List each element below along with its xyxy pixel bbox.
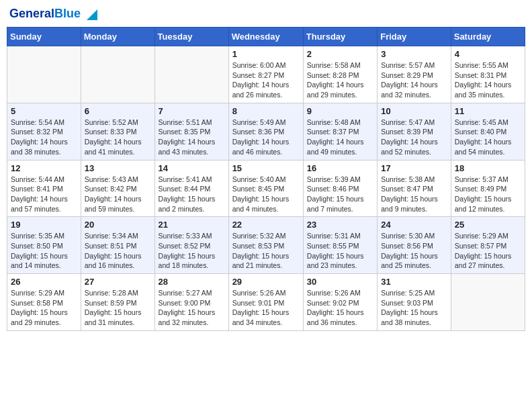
day-number: 31	[381, 277, 447, 287]
calendar-week-row: 12Sunrise: 5:44 AM Sunset: 8:41 PM Dayli…	[7, 160, 525, 217]
day-info: Sunrise: 5:29 AM Sunset: 8:57 PM Dayligh…	[455, 231, 521, 271]
day-info: Sunrise: 5:41 AM Sunset: 8:44 PM Dayligh…	[159, 175, 225, 214]
calendar-cell: 14Sunrise: 5:41 AM Sunset: 8:44 PM Dayli…	[154, 160, 228, 217]
day-number: 24	[381, 220, 447, 230]
weekday-header-saturday: Saturday	[451, 28, 525, 46]
day-number: 23	[307, 220, 373, 230]
day-info: Sunrise: 5:52 AM Sunset: 8:33 PM Dayligh…	[85, 118, 151, 157]
day-info: Sunrise: 5:29 AM Sunset: 8:58 PM Dayligh…	[11, 288, 77, 328]
day-info: Sunrise: 5:55 AM Sunset: 8:31 PM Dayligh…	[455, 60, 521, 100]
calendar-cell: 5Sunrise: 5:54 AM Sunset: 8:32 PM Daylig…	[7, 103, 81, 160]
calendar-week-row: 26Sunrise: 5:29 AM Sunset: 8:58 PM Dayli…	[7, 274, 525, 331]
day-number: 30	[307, 277, 373, 287]
calendar-cell: 13Sunrise: 5:43 AM Sunset: 8:42 PM Dayli…	[81, 160, 154, 217]
calendar-cell: 2Sunrise: 5:58 AM Sunset: 8:28 PM Daylig…	[303, 46, 377, 103]
calendar-cell: 26Sunrise: 5:29 AM Sunset: 8:58 PM Dayli…	[7, 274, 81, 331]
weekday-header-tuesday: Tuesday	[154, 28, 228, 46]
day-number: 25	[455, 220, 521, 230]
calendar-cell: 17Sunrise: 5:38 AM Sunset: 8:47 PM Dayli…	[378, 160, 451, 217]
day-number: 11	[455, 106, 521, 116]
logo-text: GeneralBlue	[9, 7, 81, 21]
weekday-header-thursday: Thursday	[303, 28, 377, 46]
calendar-table: SundayMondayTuesdayWednesdayThursdayFrid…	[7, 27, 525, 331]
day-number: 21	[159, 220, 225, 230]
calendar-header-row: SundayMondayTuesdayWednesdayThursdayFrid…	[7, 28, 525, 46]
day-number: 4	[455, 49, 521, 59]
calendar-cell: 31Sunrise: 5:25 AM Sunset: 9:03 PM Dayli…	[378, 274, 451, 331]
calendar-cell: 8Sunrise: 5:49 AM Sunset: 8:36 PM Daylig…	[228, 103, 303, 160]
day-info: Sunrise: 5:54 AM Sunset: 8:32 PM Dayligh…	[11, 118, 77, 157]
logo-icon	[83, 7, 97, 21]
day-info: Sunrise: 5:26 AM Sunset: 9:02 PM Dayligh…	[307, 288, 373, 328]
day-info: Sunrise: 5:47 AM Sunset: 8:39 PM Dayligh…	[381, 118, 447, 157]
day-info: Sunrise: 5:57 AM Sunset: 8:29 PM Dayligh…	[381, 60, 447, 100]
calendar-week-row: 1Sunrise: 6:00 AM Sunset: 8:27 PM Daylig…	[7, 46, 525, 103]
day-number: 1	[232, 49, 300, 59]
day-number: 29	[232, 277, 300, 287]
day-number: 17	[381, 163, 447, 173]
calendar-cell: 16Sunrise: 5:39 AM Sunset: 8:46 PM Dayli…	[303, 160, 377, 217]
day-info: Sunrise: 5:49 AM Sunset: 8:36 PM Dayligh…	[232, 118, 300, 157]
page-header: GeneralBlue	[7, 7, 525, 21]
calendar-cell: 20Sunrise: 5:34 AM Sunset: 8:51 PM Dayli…	[81, 217, 154, 274]
day-number: 16	[307, 163, 373, 173]
calendar-cell	[7, 46, 81, 103]
day-number: 26	[11, 277, 77, 287]
calendar-cell: 4Sunrise: 5:55 AM Sunset: 8:31 PM Daylig…	[451, 46, 525, 103]
calendar-cell	[154, 46, 228, 103]
day-info: Sunrise: 5:37 AM Sunset: 8:49 PM Dayligh…	[455, 175, 521, 214]
day-info: Sunrise: 5:32 AM Sunset: 8:53 PM Dayligh…	[232, 231, 300, 271]
day-number: 20	[85, 220, 151, 230]
day-info: Sunrise: 5:48 AM Sunset: 8:37 PM Dayligh…	[307, 118, 373, 157]
calendar-cell: 7Sunrise: 5:51 AM Sunset: 8:35 PM Daylig…	[154, 103, 228, 160]
calendar-cell: 9Sunrise: 5:48 AM Sunset: 8:37 PM Daylig…	[303, 103, 377, 160]
day-number: 14	[159, 163, 225, 173]
day-info: Sunrise: 5:30 AM Sunset: 8:56 PM Dayligh…	[381, 231, 447, 271]
day-info: Sunrise: 5:34 AM Sunset: 8:51 PM Dayligh…	[85, 231, 151, 271]
day-number: 9	[307, 106, 373, 116]
calendar-cell: 25Sunrise: 5:29 AM Sunset: 8:57 PM Dayli…	[451, 217, 525, 274]
calendar-cell: 21Sunrise: 5:33 AM Sunset: 8:52 PM Dayli…	[154, 217, 228, 274]
weekday-header-monday: Monday	[81, 28, 154, 46]
day-number: 18	[455, 163, 521, 173]
day-info: Sunrise: 5:44 AM Sunset: 8:41 PM Dayligh…	[11, 175, 77, 214]
day-number: 10	[381, 106, 447, 116]
calendar-cell: 23Sunrise: 5:31 AM Sunset: 8:55 PM Dayli…	[303, 217, 377, 274]
day-number: 7	[159, 106, 225, 116]
calendar-cell: 19Sunrise: 5:35 AM Sunset: 8:50 PM Dayli…	[7, 217, 81, 274]
day-info: Sunrise: 5:35 AM Sunset: 8:50 PM Dayligh…	[11, 231, 77, 271]
day-info: Sunrise: 5:31 AM Sunset: 8:55 PM Dayligh…	[307, 231, 373, 271]
calendar-cell: 12Sunrise: 5:44 AM Sunset: 8:41 PM Dayli…	[7, 160, 81, 217]
day-number: 22	[232, 220, 300, 230]
day-info: Sunrise: 5:58 AM Sunset: 8:28 PM Dayligh…	[307, 60, 373, 100]
day-info: Sunrise: 5:26 AM Sunset: 9:01 PM Dayligh…	[232, 288, 300, 328]
calendar-week-row: 5Sunrise: 5:54 AM Sunset: 8:32 PM Daylig…	[7, 103, 525, 160]
calendar-cell: 27Sunrise: 5:28 AM Sunset: 8:59 PM Dayli…	[81, 274, 154, 331]
calendar-cell: 28Sunrise: 5:27 AM Sunset: 9:00 PM Dayli…	[154, 274, 228, 331]
day-number: 15	[232, 163, 300, 173]
day-number: 12	[11, 163, 77, 173]
weekday-header-wednesday: Wednesday	[228, 28, 303, 46]
day-info: Sunrise: 5:40 AM Sunset: 8:45 PM Dayligh…	[232, 175, 300, 214]
calendar-week-row: 19Sunrise: 5:35 AM Sunset: 8:50 PM Dayli…	[7, 217, 525, 274]
calendar-cell: 6Sunrise: 5:52 AM Sunset: 8:33 PM Daylig…	[81, 103, 154, 160]
calendar-cell: 18Sunrise: 5:37 AM Sunset: 8:49 PM Dayli…	[451, 160, 525, 217]
day-number: 6	[85, 106, 151, 116]
calendar-cell: 29Sunrise: 5:26 AM Sunset: 9:01 PM Dayli…	[228, 274, 303, 331]
weekday-header-sunday: Sunday	[7, 28, 81, 46]
day-number: 28	[159, 277, 225, 287]
day-number: 8	[232, 106, 300, 116]
day-info: Sunrise: 5:38 AM Sunset: 8:47 PM Dayligh…	[381, 175, 447, 214]
day-number: 13	[85, 163, 151, 173]
weekday-header-friday: Friday	[378, 28, 451, 46]
logo: GeneralBlue	[9, 7, 97, 21]
day-number: 27	[85, 277, 151, 287]
day-number: 2	[307, 49, 373, 59]
day-info: Sunrise: 5:27 AM Sunset: 9:00 PM Dayligh…	[159, 288, 225, 328]
day-number: 19	[11, 220, 77, 230]
day-number: 3	[381, 49, 447, 59]
day-info: Sunrise: 6:00 AM Sunset: 8:27 PM Dayligh…	[232, 60, 300, 100]
day-info: Sunrise: 5:25 AM Sunset: 9:03 PM Dayligh…	[381, 288, 447, 328]
calendar-cell: 22Sunrise: 5:32 AM Sunset: 8:53 PM Dayli…	[228, 217, 303, 274]
calendar-cell: 11Sunrise: 5:45 AM Sunset: 8:40 PM Dayli…	[451, 103, 525, 160]
